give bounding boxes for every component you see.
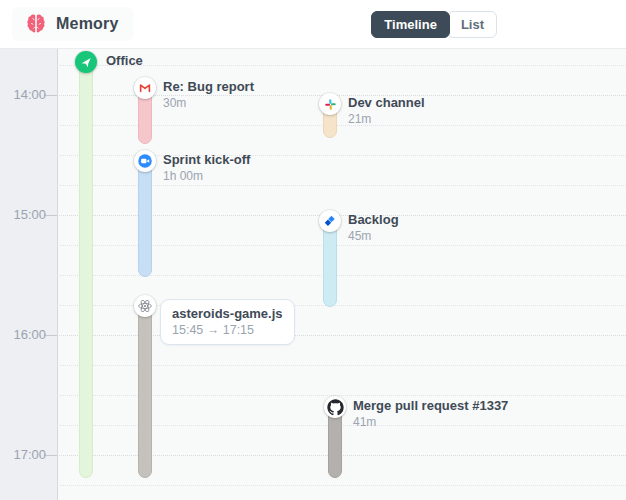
- time-gutter: [0, 48, 58, 500]
- gmail-icon: [134, 77, 156, 99]
- event-bar[interactable]: [138, 302, 152, 478]
- hour-label: 14:00: [0, 87, 46, 103]
- event-time-range: 15:45 → 17:15: [172, 322, 283, 338]
- app-title: Memory: [56, 15, 119, 33]
- event-duration: 1h 00m: [163, 169, 203, 184]
- event-title: Re: Bug report: [163, 79, 254, 95]
- brain-logo-icon: [24, 12, 48, 36]
- event-bar[interactable]: [138, 157, 152, 277]
- event-duration: 30m: [163, 96, 186, 111]
- app-header: Memory Timeline List: [0, 0, 626, 49]
- event-title: Dev channel: [348, 95, 425, 111]
- event-duration: 41m: [353, 415, 376, 430]
- list-tab[interactable]: List: [447, 11, 497, 38]
- github-icon: [324, 396, 346, 418]
- office-track-bar[interactable]: [79, 56, 93, 478]
- app-logo: Memory: [12, 7, 133, 41]
- view-toggle: Timeline List: [371, 11, 497, 38]
- timeline-view: 14:00 15:00 16:00 17:00 Office Re: Bug r…: [0, 48, 626, 500]
- hour-label: 15:00: [0, 207, 46, 223]
- event-title: asteroids-game.js: [172, 305, 283, 322]
- location-label: Office: [106, 53, 143, 69]
- event-title: Backlog: [348, 212, 399, 228]
- jira-icon: [319, 210, 341, 232]
- event-duration: 45m: [348, 229, 371, 244]
- timeline-tab[interactable]: Timeline: [371, 11, 450, 38]
- event-duration: 21m: [348, 112, 371, 127]
- slack-icon: [319, 93, 341, 115]
- atom-icon: [134, 295, 156, 317]
- event-title: Sprint kick-off: [163, 152, 250, 168]
- hour-label: 17:00: [0, 447, 46, 463]
- event-tooltip: asteroids-game.js 15:45 → 17:15: [160, 299, 295, 345]
- navigation-icon: [75, 51, 97, 73]
- hour-label: 16:00: [0, 327, 46, 343]
- gridline: [57, 485, 626, 486]
- memory-app: Memory Timeline List 14:00 15:00 16:00: [0, 0, 626, 500]
- event-title: Merge pull request #1337: [353, 398, 508, 414]
- zoom-icon: [134, 150, 156, 172]
